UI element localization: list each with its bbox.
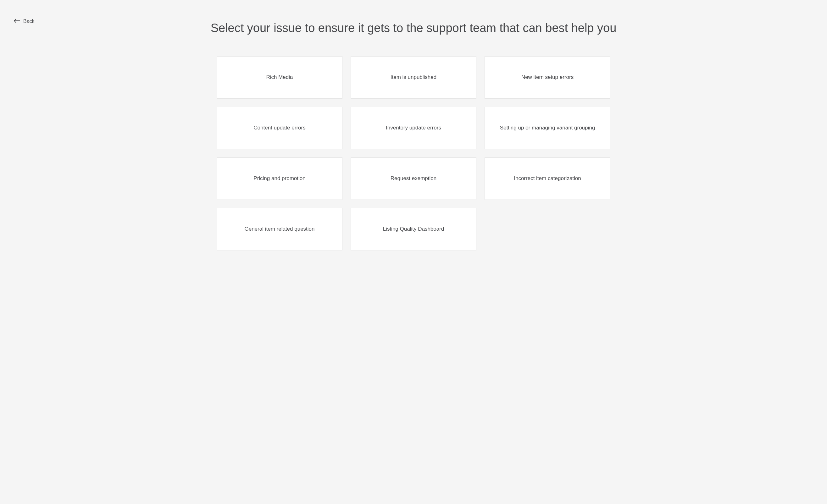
issue-card-rich-media[interactable]: Rich Media [217,56,342,99]
issue-card-new-item-setup-errors[interactable]: New item setup errors [485,56,610,99]
issue-grid: Rich Media Item is unpublished New item … [217,56,610,250]
issue-card-listing-quality-dashboard[interactable]: Listing Quality Dashboard [351,208,476,250]
issue-card-content-update-errors[interactable]: Content update errors [217,107,342,149]
issue-label: Inventory update errors [386,125,441,131]
issue-card-pricing-promotion[interactable]: Pricing and promotion [217,157,342,200]
issue-card-general-question[interactable]: General item related question [217,208,342,250]
issue-label: Content update errors [253,125,305,131]
back-label: Back [23,18,35,24]
issue-label: Listing Quality Dashboard [383,226,444,232]
issue-label: Incorrect item categorization [514,175,581,182]
page-header: Select your issue to ensure it gets to t… [14,19,813,38]
issue-card-item-unpublished[interactable]: Item is unpublished [351,56,476,99]
back-button[interactable]: Back [14,18,35,24]
issue-card-incorrect-categorization[interactable]: Incorrect item categorization [485,157,610,200]
arrow-left-icon [14,18,20,24]
issue-label: Item is unpublished [391,74,436,80]
issue-card-inventory-update-errors[interactable]: Inventory update errors [351,107,476,149]
issue-label: Rich Media [266,74,293,80]
issue-label: General item related question [244,226,314,232]
page-title: Select your issue to ensure it gets to t… [45,19,782,38]
issue-label: Setting up or managing variant grouping [500,125,595,131]
issue-card-variant-grouping[interactable]: Setting up or managing variant grouping [485,107,610,149]
issue-label: Pricing and promotion [253,175,305,182]
issue-label: Request exemption [391,175,436,182]
issue-label: New item setup errors [521,74,574,80]
issue-card-request-exemption[interactable]: Request exemption [351,157,476,200]
